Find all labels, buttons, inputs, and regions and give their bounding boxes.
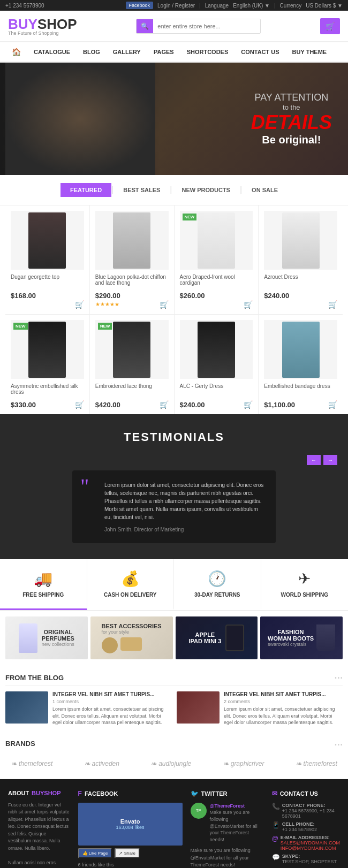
topbar-facebook[interactable]: Facebook (126, 2, 154, 9)
facebook-icon: f (78, 790, 82, 797)
blog-comments: 1 comments (52, 699, 171, 704)
tweet-text: Make sure you are following @EnvatoMarke… (210, 809, 264, 843)
footer-facebook-title: f FACEBOOK (78, 790, 183, 797)
nav-shortcodes[interactable]: SHORTCODES (180, 43, 235, 60)
testimonial-nav: ← → (11, 455, 337, 465)
email-value2: INFO@MYDOMAIN.COM (281, 846, 340, 851)
product-card: Dugan georgette top $168.00 🛒 (5, 205, 89, 314)
promo-perfumes[interactable]: ORIGINALPERFUMES new collections (5, 616, 88, 659)
blog-excerpt: Lorem ipsum dolor sit amet, consectetuer… (224, 706, 343, 726)
cart-button[interactable]: 🛒 (320, 18, 340, 34)
brand-graphicriver[interactable]: ❧graphicriver (223, 759, 264, 768)
testimonial-next[interactable]: → (323, 455, 337, 465)
promo-sub: new collections (42, 642, 74, 647)
add-to-cart-icon[interactable]: 🛒 (328, 300, 337, 309)
facebook-page-box[interactable]: Envato 163,084 likes (78, 803, 183, 846)
product-name: Asymmetric embellished silk dress (11, 383, 84, 398)
product-image[interactable]: QUICK VIEW (95, 211, 169, 270)
like-bar: 👍 Like Page ↗ Share (78, 848, 183, 858)
blog-excerpt: Lorem ipsum dolor sit amet, consectetuer… (52, 706, 171, 726)
testimonials-title: TESTIMONIALS (11, 430, 337, 444)
promo-sub: swarovski crystals (268, 642, 314, 647)
nav-pages[interactable]: PAGES (147, 43, 180, 60)
header: BUYSHOP The Future of Shopping 🔍 🛒 (0, 11, 348, 42)
product-image[interactable]: NEW (11, 320, 84, 379)
share-button[interactable]: ↗ Share (115, 848, 140, 858)
blog-title[interactable]: INTEGER VEL NIBH SIT AMET TURPIS... (52, 691, 171, 697)
add-to-cart-icon[interactable]: 🛒 (328, 400, 337, 409)
topbar-language-value[interactable]: English (UK) ▼ (233, 3, 270, 9)
brands-row: ❧themeforest ❧activeden ❧audiojungle ❧gr… (5, 754, 343, 773)
brand-audiojungle[interactable]: ❧audiojungle (150, 759, 191, 768)
product-image[interactable]: NEW (180, 211, 253, 270)
add-to-cart-icon[interactable]: 🛒 (75, 400, 84, 409)
fb-page-name: Envato (116, 818, 145, 825)
brand-activeden[interactable]: ❧activeden (84, 759, 119, 768)
blog-image[interactable] (5, 691, 48, 724)
tab-on-sale[interactable]: ON SALE (242, 183, 288, 197)
add-to-cart-icon[interactable]: 🛒 (244, 400, 253, 409)
blog-content: INTEGER VEL NIBH SIT AMET TURPIS... 2 co… (224, 691, 343, 726)
product-name: Blue Lagoon polka-dot chiffon and lace t… (95, 274, 169, 289)
product-image[interactable] (264, 320, 337, 379)
nav-catalogue[interactable]: CATALOGUE (27, 43, 77, 60)
testimonial-box: " Lorem ipsum dolor sit amet, consectetu… (72, 470, 276, 543)
feature-label: CASH ON DELIVERY (104, 592, 157, 598)
testimonial-prev[interactable]: ← (307, 455, 321, 465)
add-to-cart-icon[interactable]: 🛒 (75, 300, 84, 309)
search-bar: 🔍 (136, 19, 261, 34)
promo-ipad[interactable]: APPLEIPAD MINI 3 (176, 616, 258, 659)
product-name: Embellished bandage dress (264, 383, 337, 398)
blog-image[interactable] (177, 691, 220, 724)
tab-best-sales[interactable]: BEST SALES (114, 183, 170, 197)
blog-section-title: FROM THE BLOG ⋯ (5, 673, 343, 686)
blog-more-icon[interactable]: ⋯ (334, 673, 343, 683)
search-input[interactable] (153, 20, 260, 32)
blog-section: FROM THE BLOG ⋯ INTEGER VEL NIBH SIT AME… (0, 665, 348, 734)
hero-model-image (5, 63, 155, 175)
topbar-currency-value[interactable]: US Dollars $ ▼ (306, 3, 343, 9)
product-image[interactable] (264, 211, 337, 270)
nav-home[interactable]: 🏠 (5, 42, 27, 62)
envelope-icon: ✉ (272, 790, 277, 797)
product-image[interactable] (180, 320, 253, 379)
promo-accessories[interactable]: BEST ACCESSORIES for your style (90, 616, 173, 659)
feature-world-shipping: ✈ WORLD SHIPPING (261, 559, 349, 610)
product-image[interactable] (11, 211, 84, 270)
product-image[interactable]: NEW (95, 320, 169, 379)
blog-item: INTEGER VEL NIBH SIT AMET TURPIS... 1 co… (5, 691, 171, 726)
product-name: ALC - Gerty Dress (180, 383, 253, 398)
footer-about-text: Fusce eu dui. Integer vel nibh sit amet … (8, 802, 70, 852)
contact-skype: 💬 SKYPE: TEST.SHOP, SHOPTEST (272, 854, 340, 864)
nav-buy-theme[interactable]: BUY THEME (286, 43, 334, 60)
add-to-cart-icon[interactable]: 🛒 (160, 400, 169, 409)
brand-themeforest-1[interactable]: ❧themeforest (11, 759, 52, 768)
search-button[interactable]: 🔍 (137, 19, 153, 33)
twitter-handle[interactable]: @ThemeForest (210, 803, 264, 810)
tab-new-products[interactable]: NEW PRODUCTS (172, 183, 239, 197)
promo-title: FASHIONWOMAN BOOTS (268, 629, 314, 642)
logo[interactable]: BUYSHOP The Future of Shopping (8, 16, 77, 36)
blog-title[interactable]: INTEGER VEL NIBH SIT AMET TURPIS... (224, 691, 343, 697)
hero-banner: PAY ATTENTION to the DETAILS Be original… (0, 63, 348, 175)
hero-line3: DETAILS (251, 111, 332, 134)
add-to-cart-icon[interactable]: 🛒 (244, 300, 253, 309)
brands-more-icon[interactable]: ⋯ (334, 740, 343, 750)
tweet-item: TF @ThemeForest Make sure you are follow… (191, 803, 264, 843)
nav-blog[interactable]: BLOG (77, 43, 107, 60)
brand-themeforest-2[interactable]: ❧themeforest (296, 759, 337, 768)
topbar-login[interactable]: Login / Register (157, 3, 195, 9)
product-price: $1,100.00 (264, 401, 337, 409)
brands-section: BRANDS ⋯ ❧themeforest ❧activeden ❧audioj… (0, 734, 348, 779)
promo-boots[interactable]: FASHIONWOMAN BOOTS swarovski crystals (260, 616, 343, 659)
footer-twitter-title: 🐦 TWITTER (191, 790, 264, 797)
skype-value: TEST.SHOP, SHOPTEST (282, 859, 337, 864)
cash-icon: 💰 (121, 570, 140, 588)
nav-gallery[interactable]: GALLERY (107, 43, 147, 60)
add-to-cart-icon[interactable]: 🛒 (160, 300, 169, 309)
tab-featured[interactable]: FEATURED (60, 183, 111, 197)
like-button[interactable]: 👍 Like Page (78, 848, 112, 858)
product-tabs: FEATURED | BEST SALES | NEW PRODUCTS | O… (0, 175, 348, 205)
nav-contact[interactable]: CONTACT US (234, 43, 285, 60)
product-price: $420.00 (95, 401, 169, 409)
